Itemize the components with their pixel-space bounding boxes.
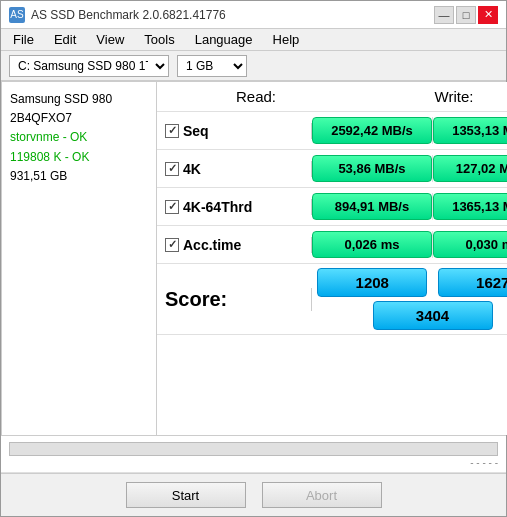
score-read-cell: 1208 [312,268,433,297]
model-id: 2B4QFXO7 [10,109,148,128]
main-window: AS AS SSD Benchmark 2.0.6821.41776 — □ ✕… [0,0,507,517]
window-controls: — □ ✕ [434,6,498,24]
seq-read-value: 2592,42 MB/s [312,117,432,144]
acctime-cells: 0,026 ms 0,030 ms [312,231,507,258]
menu-view[interactable]: View [88,30,132,49]
4k-row: ✓ 4K 53,86 MB/s 127,02 MB/s [157,150,507,188]
acctime-read-value: 0,026 ms [312,231,432,258]
score-read-value: 1208 [317,268,427,297]
menu-help[interactable]: Help [265,30,308,49]
seq-write-cell: 1353,13 MB/s [433,117,507,144]
4k64-read-value: 894,91 MB/s [312,193,432,220]
menu-edit[interactable]: Edit [46,30,84,49]
progress-label: - - - - - [9,457,498,468]
drive-name: Samsung SSD 980 [10,90,148,109]
4k-write-value: 127,02 MB/s [433,155,507,182]
score-write-value: 1627 [438,268,507,297]
seq-write-value: 1353,13 MB/s [433,117,507,144]
acctime-write-value: 0,030 ms [433,231,507,258]
score-top: 1208 1627 [312,268,507,297]
4k64-cells: 894,91 MB/s 1365,13 MB/s [312,193,507,220]
disk-id-status: 119808 K - OK [10,148,148,167]
seq-row: ✓ Seq 2592,42 MB/s 1353,13 MB/s [157,112,507,150]
minimize-button[interactable]: — [434,6,454,24]
bench-header: Read: Write: [157,82,507,112]
title-bar-left: AS AS SSD Benchmark 2.0.6821.41776 [9,7,226,23]
left-panel: Samsung SSD 980 2B4QFXO7 storvnme - OK 1… [2,82,157,435]
menu-tools[interactable]: Tools [136,30,182,49]
4k64-row: ✓ 4K-64Thrd 894,91 MB/s 1365,13 MB/s [157,188,507,226]
4k-read-value: 53,86 MB/s [312,155,432,182]
acctime-checkbox[interactable]: ✓ [165,238,179,252]
size-select[interactable]: 1 GB [177,55,247,77]
4k-read-cell: 53,86 MB/s [312,155,433,182]
menu-bar: File Edit View Tools Language Help [1,29,506,51]
acctime-label: ✓ Acc.time [157,237,312,253]
score-total-value: 3404 [373,301,493,330]
score-cells: 1208 1627 3404 [312,264,507,334]
4k64-read-cell: 894,91 MB/s [312,193,433,220]
drive-info: Samsung SSD 980 2B4QFXO7 storvnme - OK 1… [10,90,148,186]
4k64-write-value: 1365,13 MB/s [433,193,507,220]
menu-file[interactable]: File [5,30,42,49]
drive-select[interactable]: C: Samsung SSD 980 1TB [9,55,169,77]
score-row: Score: 1208 1627 3404 [157,264,507,335]
4k-cells: 53,86 MB/s 127,02 MB/s [312,155,507,182]
close-button[interactable]: ✕ [478,6,498,24]
title-bar: AS AS SSD Benchmark 2.0.6821.41776 — □ ✕ [1,1,506,29]
app-icon: AS [9,7,25,23]
score-label: Score: [157,288,312,311]
storvnme-status: storvnme - OK [10,128,148,147]
progress-bar-background [9,442,498,456]
4k64-label: ✓ 4K-64Thrd [157,199,312,215]
acctime-read-cell: 0,026 ms [312,231,433,258]
progress-area: - - - - - [1,436,506,473]
4k-checkbox[interactable]: ✓ [165,162,179,176]
abort-button[interactable]: Abort [262,482,382,508]
score-total-cell: 3404 [373,301,493,330]
window-title: AS SSD Benchmark 2.0.6821.41776 [31,8,226,22]
read-header: Read: [157,82,355,111]
menu-language[interactable]: Language [187,30,261,49]
seq-cells: 2592,42 MB/s 1353,13 MB/s [312,117,507,144]
right-panel: Read: Write: ✓ Seq 2592,42 MB/s 1353,13 … [157,82,507,435]
main-content: Samsung SSD 980 2B4QFXO7 storvnme - OK 1… [1,81,506,436]
maximize-button[interactable]: □ [456,6,476,24]
4k64-checkbox[interactable]: ✓ [165,200,179,214]
acctime-write-cell: 0,030 ms [433,231,507,258]
capacity: 931,51 GB [10,167,148,186]
seq-checkbox[interactable]: ✓ [165,124,179,138]
4k64-write-cell: 1365,13 MB/s [433,193,507,220]
4k-label: ✓ 4K [157,161,312,177]
acctime-row: ✓ Acc.time 0,026 ms 0,030 ms [157,226,507,264]
toolbar: C: Samsung SSD 980 1TB 1 GB [1,51,506,81]
seq-read-cell: 2592,42 MB/s [312,117,433,144]
write-header: Write: [355,82,507,111]
score-write-cell: 1627 [433,268,508,297]
bottom-bar: Start Abort [1,473,506,516]
4k-write-cell: 127,02 MB/s [433,155,507,182]
start-button[interactable]: Start [126,482,246,508]
seq-label: ✓ Seq [157,123,312,139]
